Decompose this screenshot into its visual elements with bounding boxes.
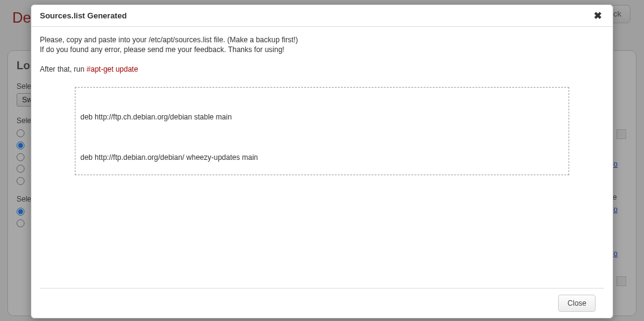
apt-command: #apt-get update	[86, 65, 138, 74]
intro-line-2: If do you found any error, please send m…	[40, 45, 604, 54]
dialog-title: Sources.list Generated	[40, 11, 127, 20]
dialog-body: Please, copy and paste into your /etc/ap…	[31, 27, 613, 279]
sources-output[interactable]: deb http://ftp.ch.debian.org/debian stab…	[75, 87, 569, 175]
dialog-footer: Close	[40, 288, 604, 318]
close-icon[interactable]: ✖	[591, 10, 604, 21]
after-prefix: After that, run	[40, 65, 86, 74]
intro-line-1: Please, copy and paste into your /etc/ap…	[40, 36, 604, 44]
sources-dialog: Sources.list Generated ✖ Please, copy an…	[31, 4, 613, 319]
dialog-header: Sources.list Generated ✖	[31, 5, 613, 27]
source-line: deb http://ftp.ch.debian.org/debian stab…	[80, 112, 564, 123]
source-line: deb http://ftp.debian.org/debian/ wheezy…	[80, 153, 564, 163]
after-line: After that, run #apt-get update	[40, 65, 604, 74]
close-button[interactable]: Close	[558, 295, 596, 312]
